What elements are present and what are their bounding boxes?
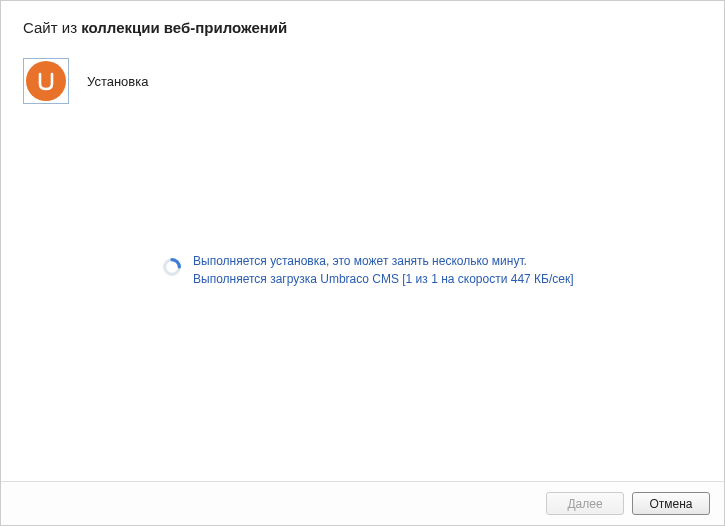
title-bold: коллекции веб-приложений [81,19,287,36]
status-text: Выполняется установка, это может занять … [193,252,574,288]
cancel-button[interactable]: Отмена [632,492,710,515]
install-dialog: Сайт из коллекции веб-приложений Установ… [0,0,725,526]
umbraco-icon [26,61,66,101]
status-line-1: Выполняется установка, это может занять … [193,252,574,270]
app-icon-frame [23,58,69,104]
app-step-label: Установка [87,74,148,89]
status-line-2: Выполняется загрузка Umbraco CMS [1 из 1… [193,270,574,288]
next-button: Далее [546,492,624,515]
title-prefix: Сайт из [23,19,81,36]
dialog-title: Сайт из коллекции веб-приложений [1,1,724,44]
status-area: Выполняется установка, это может занять … [161,252,694,288]
dialog-content: Выполняется установка, это может занять … [1,104,724,481]
loading-spinner-icon [161,256,183,278]
dialog-footer: Далее Отмена [1,481,724,525]
app-info-row: Установка [1,44,724,104]
